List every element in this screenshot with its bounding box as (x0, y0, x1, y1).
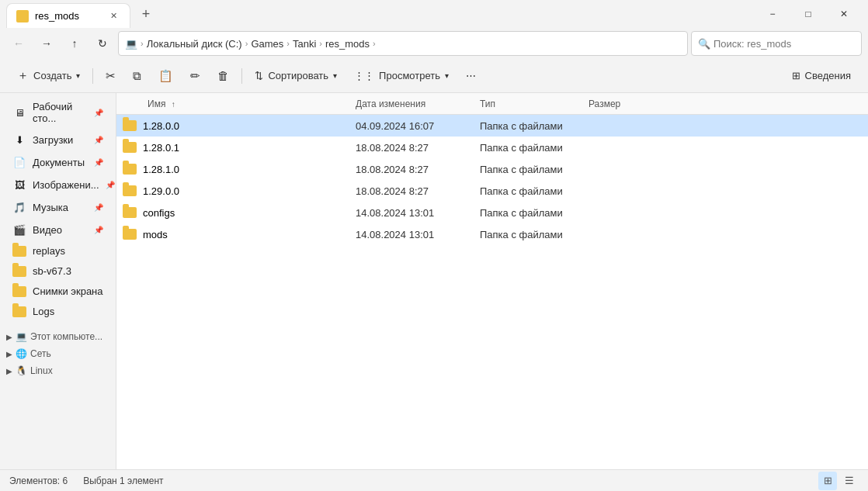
view-label: Просмотреть (379, 70, 440, 81)
sidebar-section-this-pc[interactable]: ▶ 💻 Этот компьюте... (0, 328, 116, 345)
sidebar-label-screenshots: Снимки экрана (33, 285, 103, 297)
table-row[interactable]: 1.28.1.0 18.08.2024 8:27 Папка с файлами (116, 158, 868, 180)
file-name-cell: configs (123, 207, 356, 219)
sidebar-item-music[interactable]: 🎵 Музыка 📌 (3, 196, 113, 218)
new-tab-button[interactable]: + (134, 2, 158, 26)
file-type-cell: Папка с файлами (480, 229, 589, 240)
up-button[interactable]: ↑ (62, 31, 87, 56)
details-button[interactable]: ⊞ Сведения (784, 66, 859, 85)
file-type-cell: Папка с файлами (480, 164, 589, 175)
music-icon: 🎵 (12, 200, 26, 214)
main-area: 🖥 Рабочий сто... 📌 ⬇ Загрузки 📌 📄 Докуме… (0, 93, 868, 469)
table-row[interactable]: 1.28.0.0 04.09.2024 16:07 Папка с файлам… (116, 115, 868, 137)
breadcrumb-local-disk[interactable]: Локальный диск (C:) (147, 38, 242, 50)
address-bar[interactable]: 💻 › Локальный диск (C:) › Games › Tanki … (118, 31, 688, 56)
sort-button[interactable]: ⇅ Сортировать ▾ (247, 66, 345, 85)
table-row[interactable]: 1.29.0.0 18.08.2024 8:27 Папка с файлами (116, 180, 868, 202)
close-button[interactable]: ✕ (826, 0, 862, 28)
pin-icon-doc: 📌 (94, 158, 103, 167)
pin-icon: 📌 (94, 109, 103, 117)
details-view-button[interactable]: ⊞ (818, 472, 837, 490)
linux-label: Linux (30, 365, 53, 376)
table-row[interactable]: mods 14.08.2024 13:01 Папка с файлами (116, 223, 868, 245)
video-icon: 🎬 (12, 223, 26, 237)
file-name-cell: 1.28.0.0 (123, 120, 356, 132)
rename-icon: ✏ (190, 69, 200, 83)
cut-button[interactable]: ✂ (98, 65, 123, 87)
sidebar-item-screenshots[interactable]: Снимки экрана (3, 282, 113, 301)
file-name-cell: 1.29.0.0 (123, 185, 356, 197)
sidebar-label-music: Музыка (33, 202, 68, 213)
sidebar-section-linux[interactable]: ▶ 🐧 Linux (0, 362, 116, 379)
view-icon: ⋮⋮ (354, 70, 374, 81)
folder-icon-replays (12, 246, 26, 257)
col-header-type[interactable]: Тип (480, 99, 589, 109)
sidebar-label-desktop: Рабочий сто... (33, 101, 88, 124)
sidebar-item-replays[interactable]: replays (3, 241, 113, 261)
sidebar-label-video: Видео (33, 224, 62, 236)
downloads-icon: ⬇ (12, 133, 26, 147)
folder-icon-screenshots (12, 286, 26, 297)
file-date-cell: 04.09.2024 16:07 (356, 120, 480, 132)
breadcrumb-games[interactable]: Games (251, 38, 283, 50)
view-button[interactable]: ⋮⋮ Просмотреть ▾ (346, 66, 457, 85)
sidebar-item-downloads[interactable]: ⬇ Загрузки 📌 (3, 129, 113, 150)
sidebar-item-logs[interactable]: Logs (3, 302, 113, 321)
breadcrumb-label: res_mods (325, 38, 370, 50)
desktop-icon: 🖥 (12, 105, 26, 119)
more-button[interactable]: ⋯ (458, 66, 484, 85)
cut-icon: ✂ (106, 69, 116, 83)
breadcrumb-res-mods[interactable]: res_mods (325, 38, 370, 50)
network-icon: 🌐 (16, 348, 27, 359)
create-button[interactable]: ＋ Создать ▾ (9, 64, 88, 87)
search-input[interactable] (713, 38, 855, 50)
back-button[interactable]: ← (6, 31, 31, 56)
file-date-cell: 14.08.2024 13:01 (356, 229, 480, 240)
create-icon: ＋ (17, 68, 29, 83)
file-date-cell: 18.08.2024 8:27 (356, 185, 480, 197)
delete-button[interactable]: 🗑 (210, 65, 237, 86)
sidebar-label-sb: sb-v67.3 (33, 265, 71, 277)
table-row[interactable]: 1.28.0.1 18.08.2024 8:27 Папка с файлами (116, 137, 868, 158)
rename-button[interactable]: ✏ (182, 65, 208, 87)
refresh-button[interactable]: ↻ (90, 31, 115, 56)
sidebar-item-documents[interactable]: 📄 Документы 📌 (3, 151, 113, 173)
toolbar-separator-2 (241, 68, 242, 84)
table-row[interactable]: configs 14.08.2024 13:01 Папка с файлами (116, 202, 868, 223)
delete-icon: 🗑 (217, 69, 229, 82)
sidebar-item-sb[interactable]: sb-v67.3 (3, 261, 113, 281)
tab-res-mods[interactable]: res_mods ✕ (6, 3, 130, 28)
pin-icon-dl: 📌 (94, 136, 103, 144)
expand-this-pc-icon: ▶ (6, 333, 12, 341)
copy-button[interactable]: ⧉ (125, 65, 149, 87)
details-icon: ⊞ (792, 70, 800, 81)
sidebar-label-logs: Logs (33, 306, 54, 317)
tab-close-button[interactable]: ✕ (106, 9, 120, 23)
status-selected: Выбран 1 элемент (83, 475, 163, 486)
file-type-cell: Папка с файлами (480, 185, 589, 197)
this-pc-label: Этот компьюте... (30, 331, 102, 342)
col-header-name[interactable]: Имя ↑ (123, 99, 356, 109)
toolbar-right: ⊞ Сведения (784, 66, 859, 85)
paste-button[interactable]: 📋 (151, 65, 181, 87)
maximize-button[interactable]: □ (790, 0, 826, 28)
col-header-date[interactable]: Дата изменения (356, 99, 480, 109)
sidebar-item-images[interactable]: 🖼 Изображени... 📌 (3, 174, 113, 195)
sidebar-item-video[interactable]: 🎬 Видео 📌 (3, 219, 113, 240)
folder-icon (123, 142, 137, 153)
sidebar-section-network[interactable]: ▶ 🌐 Сеть (0, 345, 116, 362)
folder-icon (123, 164, 137, 175)
list-view-button[interactable]: ☰ (840, 472, 859, 490)
sidebar-item-desktop[interactable]: 🖥 Рабочий сто... 📌 (3, 97, 113, 128)
sidebar-label-replays: replays (33, 245, 65, 257)
folder-icon (123, 185, 137, 196)
forward-button[interactable]: → (34, 31, 59, 56)
file-name-cell: mods (123, 229, 356, 240)
breadcrumb-tanki[interactable]: Tanki (293, 38, 316, 50)
minimize-button[interactable]: − (755, 0, 790, 28)
images-icon: 🖼 (12, 178, 26, 192)
file-list-header: Имя ↑ Дата изменения Тип Размер (116, 93, 868, 115)
expand-network-icon: ▶ (6, 350, 12, 358)
col-header-size[interactable]: Размер (589, 99, 666, 109)
search-bar[interactable]: 🔍 (691, 31, 862, 56)
